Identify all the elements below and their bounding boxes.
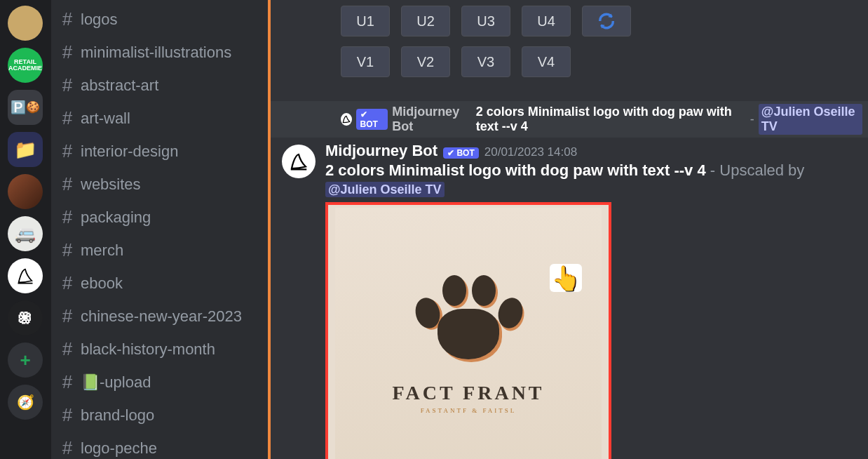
hash-icon: # — [60, 404, 75, 426]
message-timestamp: 20/01/2023 14:08 — [484, 145, 577, 159]
variation-1-button[interactable]: V1 — [341, 46, 390, 77]
upscale-1-button[interactable]: U1 — [341, 6, 390, 36]
hash-icon: # — [60, 305, 75, 327]
channel-logo-peche[interactable]: #logo-peche — [51, 432, 268, 459]
hash-icon: # — [60, 272, 75, 294]
channel-label: logo-peche — [81, 439, 157, 458]
channel-label: ebook — [81, 274, 123, 293]
channel-packaging[interactable]: #packaging — [51, 201, 268, 234]
channel-label: abstract-art — [81, 76, 158, 95]
hash-icon: # — [60, 8, 75, 30]
channel-label: logos — [81, 11, 118, 29]
channel-label: merch — [81, 241, 123, 260]
channel-abstract-art[interactable]: #abstract-art — [51, 69, 268, 102]
channel-label: brand-logo — [81, 406, 154, 425]
channel-logos[interactable]: #logos — [51, 3, 268, 36]
channel-art-wall[interactable]: #art-wall — [51, 102, 268, 135]
channel-label: packaging — [81, 208, 151, 227]
channel-ebook[interactable]: #ebook — [51, 267, 268, 300]
upscale-3-button[interactable]: U3 — [461, 6, 510, 36]
folder-icon[interactable]: 📁 — [8, 132, 43, 167]
bot-mini-avatar — [341, 113, 352, 126]
message-hover-preview[interactable]: ✔ BOT Midjourney Bot 2 colors Minimalist… — [271, 101, 868, 138]
server-icon-knife[interactable] — [8, 174, 43, 209]
add-server-button[interactable]: + — [8, 342, 43, 378]
hover-prompt: 2 colors Minimalist logo with dog paw wi… — [476, 105, 746, 134]
hash-icon: # — [60, 107, 75, 129]
channel-minimalist-illustrations[interactable]: #minimalist-illustrations — [51, 36, 268, 69]
upscale-variation-controls: U1 U2 U3 U4 V1 V2 V3 V4 — [271, 0, 868, 95]
generated-image-content: FACT FRANT FASTANTF & FAITSL 👆 — [335, 208, 602, 460]
hash-icon: # — [60, 206, 75, 228]
hash-icon: # — [60, 140, 75, 162]
upscale-4-button[interactable]: U4 — [522, 6, 571, 36]
variation-4-button[interactable]: V4 — [522, 46, 571, 77]
channel-upload[interactable]: #📗-upload — [51, 366, 268, 399]
explore-button[interactable]: 🧭 — [8, 385, 43, 420]
channel-label: black-history-month — [81, 340, 215, 359]
message: Midjourney Bot ✔ BOT 20/01/2023 14:08 2 … — [271, 138, 868, 459]
cursor-hand-icon: 👆 — [550, 264, 582, 292]
message-header: Midjourney Bot ✔ BOT 20/01/2023 14:08 — [325, 142, 857, 160]
channel-label: 📗-upload — [81, 373, 151, 392]
channel-chinese-new-year[interactable]: #chinese-new-year-2023 — [51, 300, 268, 333]
server-bar: RETAILACADEMIE 🅿️🍪 📁 🚐 ֍ + 🧭 — [0, 0, 50, 459]
paw-icon — [409, 268, 528, 366]
hash-icon: # — [60, 437, 75, 459]
bot-avatar[interactable] — [282, 145, 316, 178]
server-icon-midjourney[interactable] — [8, 258, 43, 293]
channel-label: websites — [81, 175, 141, 194]
channel-websites[interactable]: #websites — [51, 168, 268, 201]
channel-interior-design[interactable]: #interior-design — [51, 135, 268, 168]
channel-merch[interactable]: #merch — [51, 234, 268, 267]
channel-list: #logos #minimalist-illustrations #abstra… — [50, 0, 268, 459]
sail-icon — [15, 266, 35, 286]
hover-dash: - — [750, 112, 754, 127]
hash-icon: # — [60, 173, 75, 195]
hash-icon: # — [60, 338, 75, 360]
hash-icon: # — [60, 371, 75, 393]
hash-icon: # — [60, 41, 75, 63]
message-content: 2 colors Minimalist logo with dog paw wi… — [325, 161, 857, 198]
prompt-sub: - Upscaled by — [706, 161, 805, 179]
channel-label: interior-design — [81, 142, 178, 161]
server-icon-van[interactable]: 🚐 — [8, 216, 43, 251]
channel-label: minimalist-illustrations — [81, 44, 231, 62]
image-title: FACT FRANT — [392, 382, 544, 404]
variation-3-button[interactable]: V3 — [461, 46, 510, 77]
message-author[interactable]: Midjourney Bot — [325, 142, 438, 160]
channel-label: chinese-new-year-2023 — [81, 307, 242, 326]
image-subtitle: FASTANTF & FAITSL — [421, 407, 516, 414]
server-icon-openai[interactable]: ֍ — [8, 300, 43, 335]
server-icon-combo[interactable]: 🅿️🍪 — [8, 90, 43, 125]
generated-image[interactable]: FACT FRANT FASTANTF & FAITSL 👆 — [325, 202, 611, 459]
message-area: U1 U2 U3 U4 V1 V2 V3 V4 ✔ BOT Midjourney… — [268, 0, 868, 459]
reroll-button[interactable] — [582, 6, 631, 36]
server-icon-retail[interactable]: RETAILACADEMIE — [8, 48, 43, 83]
hover-mention[interactable]: @Julien Oseille TV — [759, 104, 862, 135]
upscale-2-button[interactable]: U2 — [401, 6, 450, 36]
refresh-icon — [597, 11, 616, 31]
hover-author: Midjourney Bot — [392, 105, 472, 134]
bot-badge: ✔ BOT — [443, 147, 479, 159]
prompt-text: 2 colors Minimalist logo with dog paw wi… — [325, 161, 706, 179]
channel-brand-logo[interactable]: #brand-logo — [51, 399, 268, 432]
bot-badge: ✔ BOT — [356, 109, 388, 130]
message-mention[interactable]: @Julien Oseille TV — [325, 182, 445, 197]
variation-2-button[interactable]: V2 — [401, 46, 450, 77]
server-icon-1[interactable] — [8, 6, 43, 41]
hash-icon: # — [60, 239, 75, 261]
channel-black-history-month[interactable]: #black-history-month — [51, 333, 268, 366]
hash-icon: # — [60, 74, 75, 96]
sail-icon — [288, 151, 309, 172]
channel-label: art-wall — [81, 109, 130, 128]
